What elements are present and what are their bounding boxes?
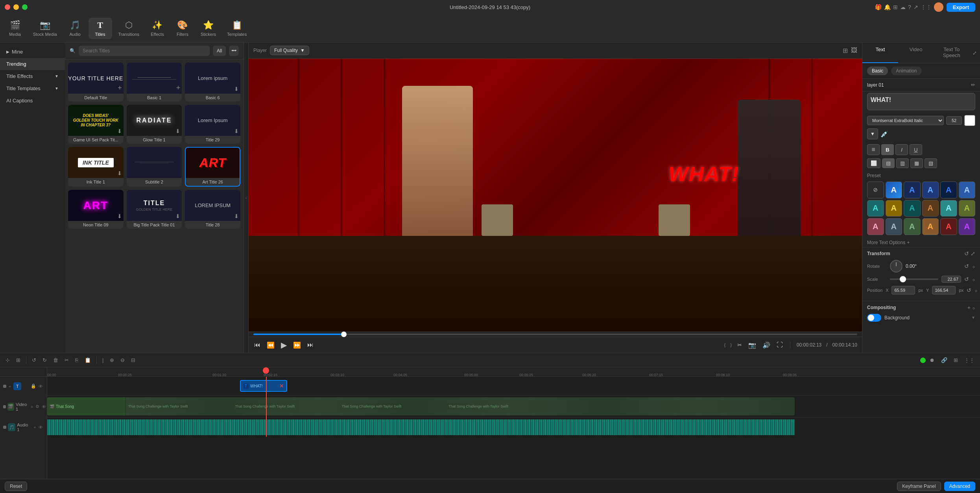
video-track-settings[interactable]: ⚙: [35, 403, 40, 410]
icon-apps[interactable]: ⋮⋮: [921, 4, 932, 10]
video-track-eye[interactable]: 👁: [41, 403, 47, 410]
title-card-art26[interactable]: ART Art Title 26: [185, 147, 240, 187]
preset-item-5[interactable]: A: [959, 182, 976, 198]
toolbar-item-templates[interactable]: 📋 Templates: [222, 18, 251, 39]
title-track-lock[interactable]: 🔒: [30, 383, 37, 389]
format-underline[interactable]: U: [910, 144, 922, 155]
edit-layer-button[interactable]: ✏: [971, 82, 975, 88]
compositing-expand-2[interactable]: ⬦: [972, 304, 975, 311]
toolbar-item-media[interactable]: 🎬 Media: [3, 18, 27, 39]
scale-slider[interactable]: [890, 278, 938, 280]
download-icon-bigtitle[interactable]: ⬇: [175, 213, 180, 219]
timeline-btn-crop[interactable]: ⊞: [14, 356, 23, 365]
toolbar-item-transitions[interactable]: ⬡ Transitions: [114, 18, 144, 39]
title-card-title28[interactable]: LOREM IPSUM ⬇ Title 28: [185, 190, 240, 229]
format-bold[interactable]: B: [881, 144, 894, 155]
timeline-thumb[interactable]: [341, 332, 347, 337]
play-button[interactable]: ▶: [280, 339, 288, 350]
align-extra[interactable]: ▧: [925, 158, 937, 168]
frame-forward-button[interactable]: ⏩: [292, 341, 302, 350]
timeline-btn-cut[interactable]: ✂: [62, 356, 71, 365]
background-expand[interactable]: ▼: [971, 315, 975, 320]
preset-item-12[interactable]: A: [867, 218, 884, 235]
search-input[interactable]: [79, 46, 210, 56]
sidebar-item-trending[interactable]: Trending: [0, 58, 65, 70]
color-picker-expand[interactable]: ▼: [867, 128, 878, 139]
user-avatar[interactable]: [934, 2, 943, 12]
toolbar-item-filters[interactable]: 🎨 Filters: [171, 18, 194, 39]
scale-keyframe-button[interactable]: ⬦: [972, 276, 975, 282]
sidebar-item-mine[interactable]: ▶ Mine: [0, 46, 65, 58]
title-card-default[interactable]: YOUR TITLE HERE + Default Title: [68, 63, 124, 102]
preset-item-17[interactable]: A: [959, 218, 976, 235]
quality-dropdown[interactable]: Full Quality ▼: [270, 46, 309, 55]
download-icon-glow1[interactable]: ⬇: [175, 128, 180, 134]
icon-grid[interactable]: ⊞: [893, 4, 898, 10]
preset-item-16[interactable]: A: [940, 218, 957, 235]
title-card-ink1[interactable]: INK TITLE ⬇ Ink Title 1: [68, 147, 124, 187]
align-center[interactable]: ▤: [882, 158, 895, 168]
timeline-btn-fit[interactable]: ⊟: [129, 356, 138, 365]
rotate-dial[interactable]: [890, 260, 902, 272]
preset-item-14[interactable]: A: [904, 218, 921, 235]
preset-item-3[interactable]: A: [922, 182, 939, 198]
x-value-input[interactable]: [891, 286, 915, 295]
tab-tts[interactable]: Text To Speech: [934, 43, 969, 63]
audio-track-add[interactable]: +: [33, 424, 37, 430]
transform-expand-button[interactable]: ⤢: [971, 250, 975, 257]
timeline-btn-copy[interactable]: ⎘: [73, 356, 81, 365]
keyframe-panel-button[interactable]: Keyframe Panel: [897, 482, 941, 491]
frame-back-button[interactable]: ⏪: [266, 341, 275, 350]
timeline-btn-paste[interactable]: 📋: [82, 356, 93, 365]
timeline-btn-grid[interactable]: ⊞: [951, 356, 960, 365]
close-button[interactable]: [5, 4, 10, 10]
add-icon[interactable]: +: [118, 84, 122, 92]
align-left[interactable]: ⬜: [867, 158, 880, 168]
timeline-btn-split[interactable]: |: [100, 356, 106, 365]
icon-bell[interactable]: 🔔: [884, 4, 891, 10]
preset-item-10[interactable]: A: [940, 200, 957, 217]
position-reset-button[interactable]: ↺: [967, 287, 971, 293]
icon-cloud[interactable]: ☁: [900, 4, 906, 10]
timeline-btn-snap[interactable]: 🔗: [939, 356, 950, 365]
rotate-reset-button[interactable]: ↺: [964, 263, 969, 269]
toolbar-item-stickers[interactable]: ⭐ Stickers: [196, 18, 221, 39]
audio-clip[interactable]: [47, 419, 795, 435]
title-card-subtitle2[interactable]: Subtitle 2: [127, 147, 182, 187]
icon-gift[interactable]: 🎁: [875, 4, 882, 10]
scale-value-input[interactable]: [941, 276, 961, 283]
title-card-glow1[interactable]: RADIATE ⬇ Glow Title 1: [127, 105, 182, 144]
title-card-basic6[interactable]: Lorem ipsum ⬇ Basic 6: [185, 63, 240, 102]
cut-button[interactable]: ✂: [736, 341, 743, 349]
video-track-add[interactable]: +: [30, 403, 34, 410]
preview-icon-2[interactable]: 🖼: [851, 47, 857, 54]
track-add-button[interactable]: +: [8, 383, 12, 389]
minimize-button[interactable]: [13, 4, 19, 10]
audio-track-eye[interactable]: 👁: [38, 424, 44, 430]
compositing-expand-1[interactable]: +: [967, 304, 971, 311]
font-size-input[interactable]: [946, 116, 962, 125]
color-swatch[interactable]: [964, 115, 975, 126]
transform-reset-button[interactable]: ↺: [964, 250, 969, 257]
fullscreen-button-preview[interactable]: ⛶: [776, 341, 784, 349]
timeline-btn-zoom-out[interactable]: ⊖: [118, 356, 127, 365]
title-card-neon09[interactable]: ART ⬇ Neon Title 09: [68, 190, 124, 229]
timeline-btn-undo[interactable]: ↺: [30, 356, 39, 365]
timeline-btn-redo[interactable]: ↻: [40, 356, 49, 365]
more-text-options[interactable]: More Text Options +: [862, 238, 980, 247]
snapshot-button[interactable]: 📷: [747, 341, 757, 350]
preview-timeline-bar[interactable]: [253, 334, 857, 335]
subtab-basic[interactable]: Basic: [867, 67, 888, 75]
tab-text[interactable]: Text: [862, 43, 898, 63]
skip-back-button[interactable]: ⏮: [253, 341, 261, 349]
scale-reset-button[interactable]: ↺: [964, 276, 969, 282]
timeline-btn-more[interactable]: ⋮⋮: [962, 356, 977, 365]
expand-panel-button[interactable]: ⤢: [969, 43, 980, 63]
download-icon-gameui[interactable]: ⬇: [117, 128, 122, 134]
align-right[interactable]: ▥: [896, 158, 909, 168]
more-options-button[interactable]: •••: [229, 46, 239, 56]
format-italic[interactable]: I: [895, 144, 908, 155]
timeline-btn-select[interactable]: ⊹: [3, 356, 12, 365]
title-card-gameui[interactable]: DOES MIDAS'GOLDEN TOUCH WORKIN CHAPTER 3…: [68, 105, 124, 144]
align-justify[interactable]: ▦: [910, 158, 923, 168]
